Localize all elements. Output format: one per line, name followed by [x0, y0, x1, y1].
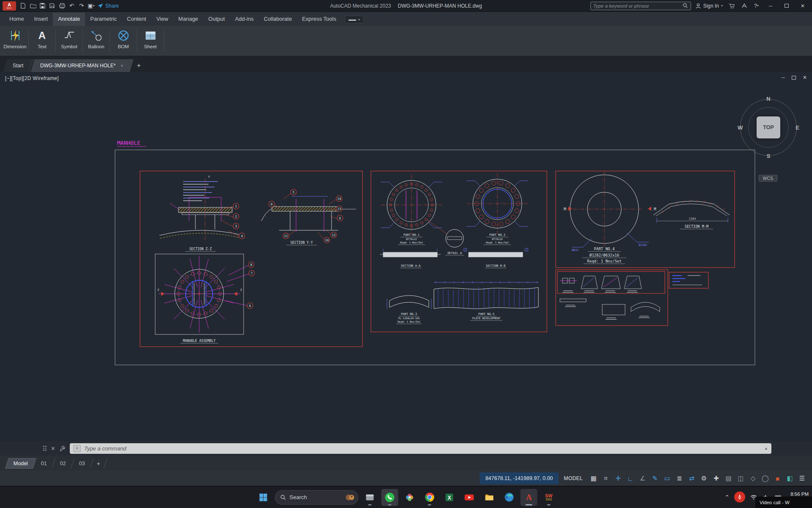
status-add-icon[interactable]: ✚	[710, 473, 722, 484]
new-drawing-tab-button[interactable]: +	[133, 59, 145, 72]
taskbar-app-window[interactable]	[362, 489, 379, 506]
ribbon-panel-sheet[interactable]: Sheet	[137, 26, 164, 56]
status-graphics-icon[interactable]: ◫	[735, 473, 746, 484]
taskbar-file-explorer[interactable]	[481, 489, 498, 506]
tab-layout-03[interactable]: 03	[71, 458, 93, 469]
microphone-in-use-icon[interactable]	[734, 492, 745, 503]
tab-content[interactable]: Content	[122, 13, 151, 26]
sign-in-button[interactable]: Sign In ▾	[695, 3, 723, 9]
taskbar-youtube[interactable]	[461, 489, 478, 506]
tab-collaborate[interactable]: Collaborate	[259, 13, 297, 26]
taskbar-photos[interactable]	[401, 489, 418, 506]
tab-layout-02[interactable]: 02	[52, 458, 74, 469]
ribbon-panel-text[interactable]: A Text	[29, 26, 55, 56]
status-gear-icon[interactable]: ⚙	[698, 473, 710, 484]
status-lineweight-icon[interactable]: ≣	[674, 473, 685, 484]
tab-model[interactable]: Model	[5, 458, 36, 469]
hidden-icons-chevron[interactable]: ⌃	[725, 494, 730, 500]
plot-icon[interactable]	[57, 1, 67, 11]
start-button[interactable]	[255, 489, 272, 506]
status-performance-icon[interactable]: ■	[772, 473, 783, 484]
command-history-icon[interactable]: ▲	[764, 446, 768, 450]
new-file-icon[interactable]	[18, 1, 28, 11]
autodesk-access-icon[interactable]	[739, 1, 749, 11]
viewcube-west[interactable]: W	[738, 124, 743, 131]
viewport-controls[interactable]: [−][Top][2D Wireframe]	[5, 75, 59, 81]
status-menu-icon[interactable]: ☰	[796, 473, 808, 484]
status-units-icon[interactable]: ◇	[747, 473, 759, 484]
tab-output[interactable]: Output	[203, 13, 230, 26]
window-close-button[interactable]: ✕	[796, 1, 809, 11]
ribbon-panel-bom[interactable]: BOM	[110, 26, 137, 56]
status-polar-icon[interactable]: ∠	[637, 473, 648, 484]
tab-express-tools[interactable]: Express Tools	[297, 13, 341, 26]
taskbar-chrome[interactable]	[421, 489, 438, 506]
taskbar-whatsapp[interactable]	[381, 489, 398, 506]
app-logo[interactable]: A MEC	[3, 1, 16, 11]
drawing-minimize-button[interactable]: ─	[781, 75, 785, 80]
help-search-box[interactable]	[590, 2, 691, 10]
window-maximize-button[interactable]	[780, 1, 793, 11]
tab-addins[interactable]: Add-ins	[230, 13, 259, 26]
cart-icon[interactable]	[727, 1, 737, 11]
window-minimize-button[interactable]: ─	[764, 1, 777, 11]
viewcube-south[interactable]: S	[767, 153, 771, 159]
command-input-bar[interactable]: ▾ ▲	[70, 443, 771, 454]
model-space-toggle[interactable]: MODEL	[562, 475, 587, 481]
video-call-toast[interactable]: Video call - W	[755, 497, 812, 508]
status-workspace-icon[interactable]: ▤	[723, 473, 734, 484]
taskbar-solidworks[interactable]: SW 2023	[540, 489, 557, 506]
status-snap-icon[interactable]: ⌗	[600, 473, 612, 484]
tab-annotate[interactable]: Annotate	[53, 13, 85, 26]
status-grid-icon[interactable]: ▦	[588, 473, 599, 484]
undo-icon[interactable]: ↶	[67, 1, 77, 11]
workspace-switch-icon[interactable]: ▣▾	[86, 1, 96, 11]
save-icon[interactable]	[38, 1, 47, 11]
file-tab-current-drawing[interactable]: DWG-3MW-URHEP-MAN HOLE* ×	[31, 59, 133, 72]
help-icon[interactable]: ?▾	[752, 1, 761, 11]
command-drag-handle[interactable]	[43, 446, 47, 451]
taskbar-search[interactable]: Search	[275, 490, 359, 505]
drawing-area[interactable]: [−][Top][2D Wireframe] ─ ✕ N S W E TOP W…	[0, 72, 812, 441]
command-input[interactable]	[84, 445, 761, 452]
taskbar-autocad[interactable]: A	[521, 489, 538, 506]
ribbon-display-toggle[interactable]: ▬▬ ▾	[345, 16, 364, 23]
open-folder-icon[interactable]	[28, 1, 38, 11]
coordinates-readout[interactable]: 847678.11, -141989.97, 0.00	[480, 472, 559, 484]
help-search-input[interactable]	[593, 3, 680, 8]
share-button[interactable]: Share	[97, 3, 119, 9]
wcs-badge[interactable]: WCS	[759, 175, 778, 182]
file-tab-start[interactable]: Start	[3, 59, 33, 72]
tab-manage[interactable]: Manage	[173, 13, 203, 26]
command-customize-wrench-icon[interactable]	[60, 445, 66, 451]
tab-insert[interactable]: Insert	[29, 13, 53, 26]
status-transparency-icon[interactable]: ▭	[661, 473, 673, 484]
drawing-restore-button[interactable]	[792, 76, 796, 80]
ribbon-panel-balloon[interactable]: Balloon	[83, 26, 110, 56]
new-layout-button[interactable]: +	[90, 458, 107, 469]
ribbon-panel-dimension[interactable]: Dimension	[2, 26, 28, 56]
view-cube[interactable]: N S W E TOP	[737, 96, 800, 159]
tab-home[interactable]: Home	[4, 13, 29, 26]
taskbar-edge[interactable]	[501, 489, 518, 506]
tab-view[interactable]: View	[151, 13, 173, 26]
taskbar-excel[interactable]: X	[441, 489, 458, 506]
file-tab-close-icon[interactable]: ×	[121, 63, 123, 68]
command-close-icon[interactable]: ✕	[51, 445, 55, 452]
status-annotate-icon[interactable]: ✎	[649, 473, 661, 484]
viewcube-north[interactable]: N	[766, 96, 770, 102]
drawing-close-button[interactable]: ✕	[803, 75, 807, 80]
viewcube-east[interactable]: E	[796, 124, 799, 131]
status-ortho-icon[interactable]: ∟	[625, 473, 636, 484]
cad-canvas[interactable]: MANHOLE Y	[0, 72, 812, 441]
command-prompt-icon[interactable]: ▾	[73, 445, 81, 452]
status-annoscale-icon[interactable]: ⇄	[686, 473, 697, 484]
status-cleanscreen-icon[interactable]: ◯	[760, 473, 771, 484]
save-as-icon[interactable]	[47, 1, 57, 11]
viewcube-top-face[interactable]: TOP	[757, 116, 780, 138]
status-dynamic-input-icon[interactable]: ✛	[612, 473, 624, 484]
ribbon-panel-symbol[interactable]: Symbol	[56, 26, 82, 56]
status-render-icon[interactable]: ◧	[784, 473, 796, 484]
redo-icon[interactable]: ↷	[77, 1, 86, 11]
tab-parametric[interactable]: Parametric	[85, 13, 122, 26]
